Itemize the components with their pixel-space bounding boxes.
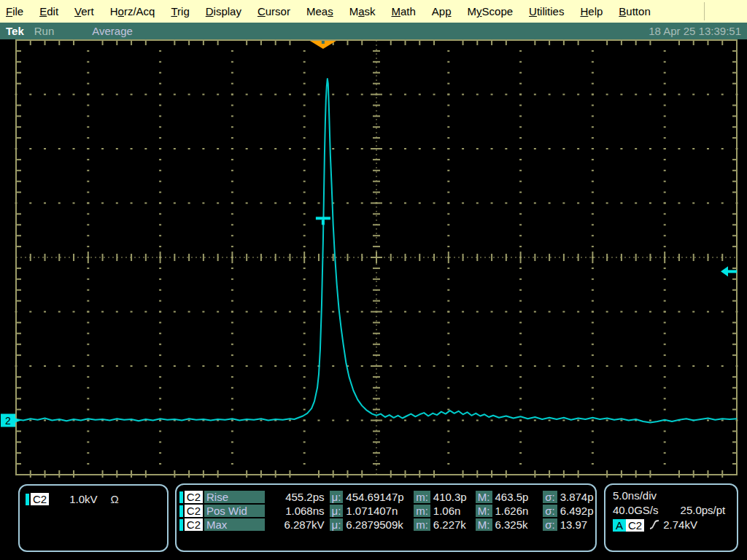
channel-badge: C2 <box>185 518 203 531</box>
channel-scale: 1.0kV <box>69 493 97 505</box>
menu-item-meas[interactable]: Meas <box>306 5 333 18</box>
measurement-name: Max <box>204 518 265 531</box>
channel-coupling: Ω <box>111 493 119 505</box>
channel-color-bar <box>179 519 183 531</box>
stat-key: σ: <box>543 491 557 503</box>
stat-key: μ: <box>330 491 344 503</box>
measurement-value: 1.068ns <box>265 505 324 517</box>
stat-value: 463.5p <box>495 491 543 503</box>
sample-rate: 40.0GS/s <box>613 504 659 516</box>
menu-item-utilities[interactable]: Utilities <box>529 5 564 18</box>
measurement-value: 455.2ps <box>265 491 324 503</box>
sampling-readout: 40.0GS/s25.0ps/pt <box>613 503 737 518</box>
stat-key: σ: <box>543 518 557 531</box>
channel-badge[interactable]: C2 <box>31 493 49 505</box>
trigger-position-marker[interactable] <box>310 41 336 49</box>
menu-item-file[interactable]: File <box>6 5 23 18</box>
stat-value: 6.492p <box>560 505 595 517</box>
stat-key: M: <box>476 491 492 503</box>
measurement-value: 6.287kV <box>265 518 324 531</box>
menu-item-myscope[interactable]: MyScope <box>468 5 514 18</box>
stat-value: 6.2879509k <box>346 518 414 531</box>
sample-resolution: 25.0ps/pt <box>681 504 726 516</box>
measurement-table: C2Rise455.2psμ:454.69147pm:410.3pM:463.5… <box>179 490 595 532</box>
waveform-display[interactable]: 2 <box>0 39 747 481</box>
menu-item-edit[interactable]: Edit <box>39 5 58 18</box>
rising-edge-icon <box>649 519 659 531</box>
center-crosshair <box>16 40 737 475</box>
menu-item-cursor[interactable]: Cursor <box>258 5 290 18</box>
stat-key: m: <box>414 518 430 531</box>
stat-value: 3.874p <box>560 491 595 503</box>
measurement-name: Pos Wid <box>204 505 265 517</box>
stat-value: 13.97 <box>560 518 595 531</box>
menu-item-app[interactable]: App <box>432 5 452 18</box>
menu-item-help[interactable]: Help <box>580 5 603 18</box>
channel-color-bar <box>26 494 29 505</box>
timebase-readout: 5.0ns/div <box>613 489 737 503</box>
measurement-panel[interactable]: C2Rise455.2psμ:454.69147pm:410.3pM:463.5… <box>175 483 597 552</box>
trigger-channel-badge[interactable]: C2 <box>626 519 644 532</box>
menu-item-horzacq[interactable]: Horz/Acq <box>110 5 155 18</box>
menu-bar: FileEditVertHorz/AcqTrigDisplayCursorMea… <box>0 0 747 23</box>
trigger-level: 2.74kV <box>663 518 697 532</box>
menu-item-vert[interactable]: Vert <box>74 5 94 18</box>
measurement-name: Rise <box>204 491 265 503</box>
channel-color-bar <box>179 505 183 517</box>
measurement-row-poswid[interactable]: C2Pos Wid1.068nsμ:1.071407nm:1.06nM:1.62… <box>179 504 595 518</box>
channel-readout-panel[interactable]: C21.0kVΩ <box>18 484 169 552</box>
channel-badge: C2 <box>185 505 203 517</box>
stat-value: 6.325k <box>495 518 543 531</box>
trigger-point-t-marker[interactable] <box>316 217 330 225</box>
acquisition-mode-status: Run <box>34 25 55 37</box>
svg-text:2: 2 <box>5 415 11 427</box>
stat-value: 1.071407n <box>346 505 414 517</box>
stat-key: μ: <box>330 505 344 517</box>
channel-badge: C2 <box>185 491 203 503</box>
acquisition-type-status: Average <box>92 25 133 37</box>
stat-key: μ: <box>330 518 344 531</box>
measurement-row-rise[interactable]: C2Rise455.2psμ:454.69147pm:410.3pM:463.5… <box>179 490 595 504</box>
menu-item-display[interactable]: Display <box>206 5 241 18</box>
menu-item-mask[interactable]: Mask <box>349 5 376 18</box>
stat-value: 1.06n <box>433 505 476 517</box>
menu-item-trig[interactable]: Trig <box>171 5 189 18</box>
menu-item-button[interactable]: Button <box>619 5 650 18</box>
menu-separator <box>704 2 705 20</box>
stat-key: m: <box>414 491 430 503</box>
stat-value: 6.227k <box>433 518 476 531</box>
stat-value: 454.69147p <box>346 491 414 503</box>
horizontal-trigger-panel[interactable]: 5.0ns/div 40.0GS/s25.0ps/pt AC2 2.74kV <box>604 483 738 552</box>
date-time: 18 Apr 25 13:39:51 <box>649 25 741 37</box>
channel-color-bar <box>179 491 183 503</box>
stat-key: M: <box>476 505 492 517</box>
tek-logo: Tek <box>6 25 24 37</box>
graticule-svg[interactable]: 2 <box>0 39 747 481</box>
stat-key: M: <box>476 518 492 531</box>
oscilloscope-screen: FileEditVertHorz/AcqTrigDisplayCursorMea… <box>0 0 747 560</box>
stat-key: σ: <box>543 505 557 517</box>
stat-value: 1.626n <box>495 505 543 517</box>
measurement-row-max[interactable]: C2Max6.287kVμ:6.2879509km:6.227kM:6.325k… <box>179 518 595 532</box>
stat-key: m: <box>414 505 430 517</box>
trigger-readout: AC2 2.74kV <box>613 518 737 532</box>
trigger-source-badge[interactable]: A <box>613 519 626 532</box>
stat-value: 410.3p <box>433 491 476 503</box>
menu-item-math[interactable]: Math <box>392 5 416 18</box>
status-bar: Tek Run Average 18 Apr 25 13:39:51 <box>0 23 747 39</box>
readout-area: C21.0kVΩ C2Rise455.2psμ:454.69147pm:410.… <box>0 481 747 560</box>
channel-2-reference-marker[interactable]: 2 <box>1 414 21 427</box>
